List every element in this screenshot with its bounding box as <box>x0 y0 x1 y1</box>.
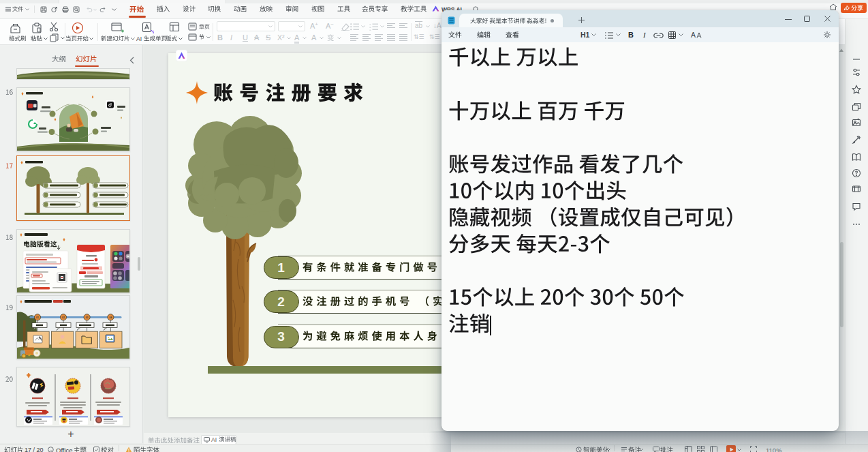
svg-text:03: 03 <box>86 316 89 319</box>
svg-text:01: 01 <box>36 316 39 319</box>
svg-text:02: 02 <box>62 316 65 319</box>
svg-text:04: 04 <box>110 316 112 319</box>
